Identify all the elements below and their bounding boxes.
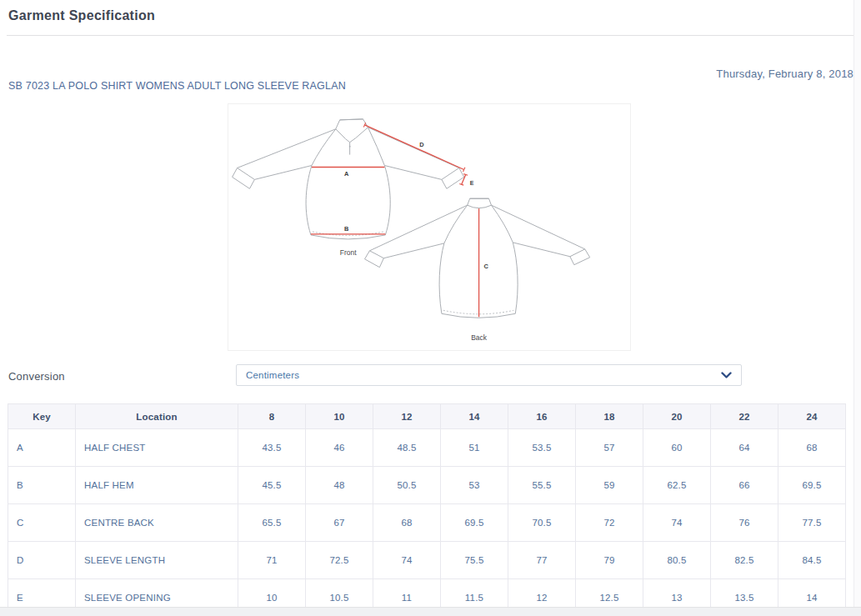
conversion-unit-select[interactable]: Centimeters: [236, 364, 742, 386]
column-header: 16: [508, 404, 576, 429]
value-cell: 69.5: [441, 504, 508, 542]
location-cell: CENTRE BACK: [76, 504, 238, 542]
page-title: Garment Specification: [8, 8, 155, 23]
location-cell: SLEEVE LENGTH: [76, 542, 238, 579]
marker-a: A: [344, 170, 349, 178]
garment-diagram: A B D E Front C Back: [228, 103, 631, 351]
marker-e: E: [470, 180, 474, 186]
column-header: Location: [76, 404, 238, 429]
value-cell: 51: [441, 429, 508, 467]
horizontal-scrollbar[interactable]: [0, 607, 861, 616]
garment-specification-page: Garment Specification Thursday, February…: [0, 0, 861, 616]
back-label: Back: [471, 333, 488, 342]
marker-b: B: [344, 225, 349, 233]
value-cell: 45.5: [238, 467, 306, 504]
marker-d: D: [419, 141, 424, 148]
spec-table: KeyLocation81012141618202224 AHALF CHEST…: [8, 403, 846, 616]
value-cell: 59: [576, 467, 643, 504]
value-cell: 55.5: [508, 467, 576, 504]
value-cell: 50.5: [373, 467, 441, 504]
value-cell: 66: [711, 467, 778, 504]
value-cell: 75.5: [441, 542, 508, 579]
value-cell: 77: [508, 542, 576, 579]
date-label: Thursday, February 8, 2018: [716, 68, 853, 80]
value-cell: 82.5: [711, 542, 778, 579]
value-cell: 76: [711, 504, 778, 542]
value-cell: 68: [778, 429, 846, 467]
value-cell: 57: [576, 429, 643, 467]
table-row: CCENTRE BACK65.5676869.570.572747677.5: [8, 504, 846, 542]
column-header: Key: [8, 404, 76, 429]
value-cell: 48: [306, 467, 373, 504]
selected-unit-label: Centimeters: [246, 370, 299, 380]
value-cell: 64: [711, 429, 778, 467]
column-header: 20: [643, 404, 711, 429]
front-view: [233, 119, 464, 239]
column-header: 14: [441, 404, 508, 429]
value-cell: 48.5: [373, 429, 441, 467]
header-divider: [7, 35, 853, 36]
back-view: [365, 198, 590, 318]
vertical-scrollbar[interactable]: [853, 0, 861, 607]
value-cell: 67: [306, 504, 373, 542]
key-cell: D: [8, 542, 76, 579]
product-title: SB 7023 LA POLO SHIRT WOMENS ADULT LONG …: [8, 80, 346, 92]
value-cell: 46: [306, 429, 373, 467]
value-cell: 72.5: [306, 542, 373, 579]
key-cell: B: [8, 467, 76, 504]
column-header: 10: [306, 404, 373, 429]
key-cell: A: [8, 429, 76, 467]
value-cell: 74: [643, 504, 711, 542]
value-cell: 60: [643, 429, 711, 467]
value-cell: 71: [238, 542, 306, 579]
column-header: 12: [373, 404, 441, 429]
column-header: 8: [238, 404, 306, 429]
spec-table-header-row: KeyLocation81012141618202224: [8, 404, 846, 429]
table-row: DSLEEVE LENGTH7172.57475.5777980.582.584…: [8, 542, 846, 579]
value-cell: 80.5: [643, 542, 711, 579]
value-cell: 70.5: [508, 504, 576, 542]
value-cell: 53.5: [508, 429, 576, 467]
conversion-label: Conversion: [8, 370, 65, 383]
value-cell: 74: [373, 542, 441, 579]
table-row: AHALF CHEST43.54648.55153.557606468: [8, 429, 846, 467]
value-cell: 72: [576, 504, 643, 542]
spec-table-body: AHALF CHEST43.54648.55153.557606468BHALF…: [8, 429, 846, 616]
value-cell: 53: [441, 467, 508, 504]
marker-c: C: [484, 263, 489, 270]
location-cell: HALF HEM: [76, 467, 238, 504]
column-header: 22: [711, 404, 778, 429]
key-cell: C: [8, 504, 76, 542]
value-cell: 68: [373, 504, 441, 542]
front-label: Front: [340, 248, 357, 257]
table-row: BHALF HEM45.54850.55355.55962.56669.5: [8, 467, 846, 504]
value-cell: 84.5: [778, 542, 846, 579]
chevron-down-icon: [721, 372, 732, 379]
column-header: 18: [576, 404, 643, 429]
value-cell: 43.5: [238, 429, 306, 467]
location-cell: HALF CHEST: [76, 429, 238, 467]
column-header: 24: [778, 404, 846, 429]
value-cell: 79: [576, 542, 643, 579]
value-cell: 62.5: [643, 467, 711, 504]
value-cell: 65.5: [238, 504, 306, 542]
value-cell: 69.5: [778, 467, 846, 504]
garment-diagram-svg: A B D E Front C Back: [228, 104, 630, 350]
value-cell: 77.5: [778, 504, 846, 542]
